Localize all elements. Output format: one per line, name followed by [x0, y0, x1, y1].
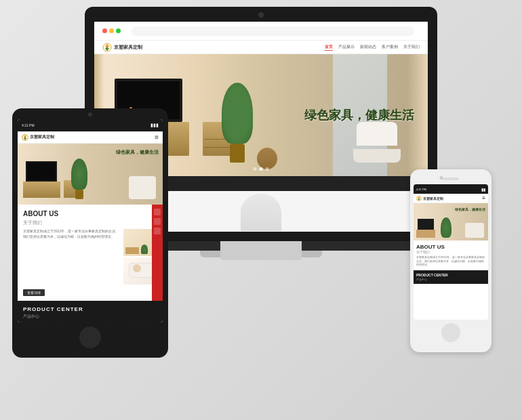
red-sidebar: [152, 205, 163, 301]
phone-product-section: PRODUCT CENTER 产品中心: [414, 270, 488, 284]
nav-products[interactable]: 产品展示: [338, 44, 355, 51]
browser-traffic-lights: [102, 28, 121, 33]
phone-bezel: 4:21 PM ▮▮ 京塑家具定制 ≡: [410, 169, 491, 352]
phone-status-bar: 4:21 PM ▮▮: [414, 184, 488, 194]
phone-time: 4:21 PM: [416, 188, 426, 191]
scene: 京塑家具定制 首页 产品展示 新闻动态 客户案例 关于我们: [0, 0, 522, 420]
phone-speaker: [443, 177, 459, 180]
phone-camera: [440, 176, 443, 180]
tablet-logo-text: 京塑家具定制: [30, 134, 54, 140]
close-button-dot[interactable]: [102, 28, 107, 33]
product-desc: 京塑家具定制为您提供专业的家具定制服务，从设计到生产，全程把控品质，让每一件家具…: [23, 322, 157, 322]
nav-news[interactable]: 新闻动态: [360, 44, 376, 51]
product-title-en: PRODUCT CENTER: [23, 306, 157, 312]
phone-plant: [441, 217, 451, 238]
monitor-camera: [258, 12, 264, 18]
browser-chrome: [94, 22, 428, 41]
thumb-item2: [129, 263, 153, 278]
tablet-tv: [26, 161, 57, 182]
url-bar[interactable]: [132, 26, 414, 36]
tablet-logo-icon: [22, 134, 28, 141]
about-body-text: 京塑家具定制成立于2012年，是一家专业从事家具定制的企业。我们坚持以质量为本，…: [23, 229, 119, 285]
about-title-cn: 关于我们: [23, 219, 157, 226]
tablet-device: 4:21 PM ▮▮▮ 京塑家具定制 ≡: [12, 108, 168, 358]
thumb-plant: [141, 245, 148, 254]
red-item-1: [154, 209, 161, 215]
tablet-armchair: [129, 176, 156, 199]
tablet-home-button[interactable]: [79, 327, 101, 348]
monitor-stand-visual: [241, 194, 281, 231]
phone-hero-text: 绿色家具，健康生活: [455, 207, 485, 211]
tablet-tv-screen: [27, 163, 56, 180]
tablet-plant-pot: [75, 190, 83, 199]
nav-about[interactable]: 关于我们: [403, 44, 420, 51]
dot-2[interactable]: [260, 167, 263, 171]
phone-battery: ▮▮: [481, 187, 485, 192]
phone-nav: 京塑家具定制 ≡: [414, 194, 488, 203]
product-title-cn: 产品中心: [23, 314, 157, 320]
tablet-about-wrapper: ABOUT US 关于我们 京塑家具定制成立于2012年，是一家专业从事家具定制…: [18, 205, 163, 301]
red-item-3: [154, 228, 161, 234]
thumb-item: [125, 247, 139, 254]
tablet-tv-stand: [23, 182, 60, 198]
nav-home[interactable]: 首页: [325, 44, 333, 51]
red-item-2: [154, 218, 161, 225]
tablet-battery-icon: ▮▮▮: [150, 123, 159, 128]
tablet-status-bar: 4:21 PM ▮▮▮: [18, 119, 163, 131]
plant-tree: [222, 83, 253, 144]
tablet-website: 4:21 PM ▮▮▮ 京塑家具定制 ≡: [18, 119, 163, 322]
tablet-about-section: ABOUT US 关于我们 京塑家具定制成立于2012年，是一家专业从事家具定制…: [18, 205, 163, 301]
plant-pot: [230, 144, 245, 163]
about-read-more-btn[interactable]: 查看详情: [23, 289, 45, 296]
tablet-hero-text: 绿色家具，健康生活: [116, 149, 159, 156]
tablet-nav: 京塑家具定制 ≡: [18, 131, 163, 144]
slider-dots: [254, 167, 269, 171]
dot-3[interactable]: [266, 167, 269, 171]
dot-1[interactable]: [254, 167, 257, 171]
basket-pot: [257, 148, 277, 169]
phone-logo-icon: [416, 196, 422, 201]
about-content: 京塑家具定制成立于2012年，是一家专业从事家具定制的企业。我们坚持以质量为本，…: [23, 229, 157, 285]
phone-about-title-cn: 关于我们: [416, 250, 485, 254]
phone-screen: 4:21 PM ▮▮ 京塑家具定制 ≡: [414, 184, 488, 320]
phone-about-title-en: ABOUT US: [416, 244, 485, 250]
tablet-plant: [71, 159, 87, 190]
tablet-hero: 绿色家具，健康生活: [18, 144, 163, 205]
thumb-candle: [133, 264, 141, 272]
minimize-button-dot[interactable]: [109, 28, 114, 33]
phone-tv: [418, 219, 434, 230]
phone-about-body: 京塑家具定制成立于2012年，是一家专业从事家具定制的企业。我们坚持以质量为本，…: [416, 255, 485, 267]
phone-device: 4:21 PM ▮▮ 京塑家具定制 ≡: [410, 169, 491, 352]
desktop-nav: 京塑家具定制 首页 产品展示 新闻动态 客户案例 关于我们: [94, 41, 428, 54]
hero-slogan: 绿色家具，健康生活: [304, 107, 414, 123]
tablet-bezel: 4:21 PM ▮▮▮ 京塑家具定制 ≡: [12, 108, 168, 358]
logo-text: 京塑家具定制: [114, 44, 142, 51]
phone-armchair: [465, 223, 484, 238]
phone-home-button[interactable]: [441, 323, 460, 342]
phone-hero: 绿色家具，健康生活: [414, 203, 488, 240]
tablet-product-section: PRODUCT CENTER 产品中心 京塑家具定制为您提供专业的家具定制服务，…: [18, 301, 163, 322]
armchair-seat: [353, 149, 401, 163]
logo: 京塑家具定制: [102, 43, 142, 52]
armchair: [353, 122, 401, 163]
tablet-camera: [88, 112, 92, 117]
maximize-button-dot[interactable]: [116, 28, 121, 33]
logo-icon: [102, 43, 112, 52]
about-title-en: ABOUT US: [23, 210, 157, 217]
phone-product-cn: 产品中心: [416, 278, 485, 281]
phone-logo-text: 京塑家具定制: [423, 196, 443, 201]
armchair-back: [357, 122, 397, 146]
nav-links: 首页 产品展示 新闻动态 客户案例 关于我们: [325, 44, 420, 51]
phone-menu-icon[interactable]: ≡: [482, 195, 485, 201]
phone-product-title: PRODUCT CENTER: [416, 273, 485, 277]
tablet-time: 4:21 PM: [22, 123, 35, 127]
nav-cases[interactable]: 客户案例: [382, 44, 398, 51]
tablet-screen: 4:21 PM ▮▮▮ 京塑家具定制 ≡: [18, 119, 163, 322]
tablet-menu-icon[interactable]: ≡: [155, 134, 159, 141]
phone-tv-stand: [416, 230, 435, 238]
phone-about-section: ABOUT US 关于我们 京塑家具定制成立于2012年，是一家专业从事家具定制…: [414, 240, 488, 270]
